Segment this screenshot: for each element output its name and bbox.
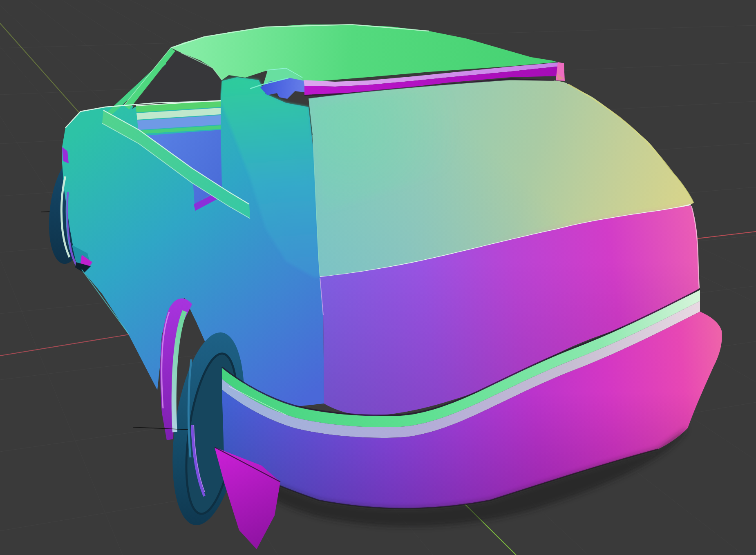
viewport-3d[interactable]: [0, 0, 756, 555]
viewport-canvas[interactable]: [0, 0, 756, 555]
